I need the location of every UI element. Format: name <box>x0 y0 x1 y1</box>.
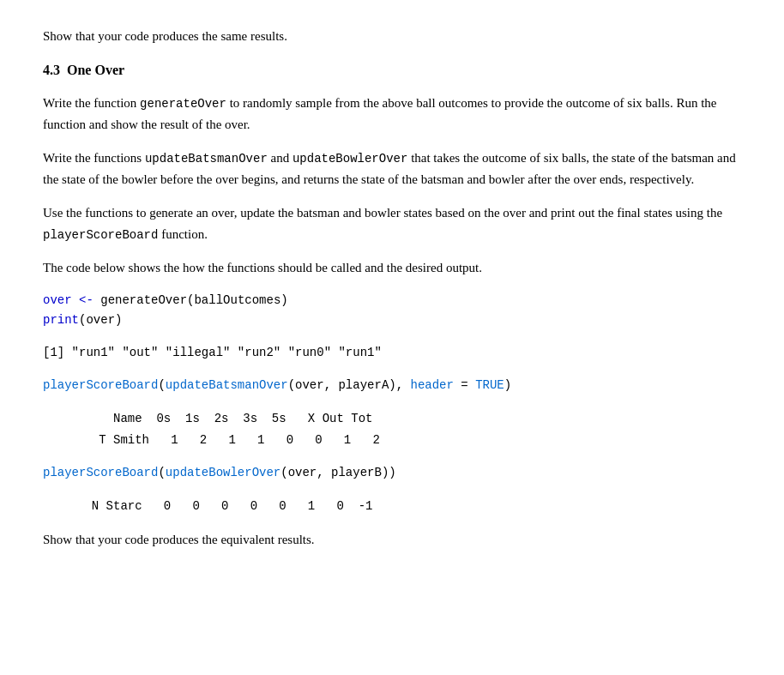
code-block-main: over <- generateOver(ballOutcomes) print… <box>43 291 741 332</box>
inline-code-updatebowler: updateBowlerOver <box>292 152 407 166</box>
closing-paragraph: Show that your code produces the equival… <box>43 529 741 551</box>
code-param-header: header <box>411 378 454 392</box>
section-number: 4.3 <box>43 63 60 77</box>
code-paren5: ( <box>158 378 165 392</box>
code-arg-balloutcomes: ballOutcomes <box>194 293 280 307</box>
output-line-1: [1] "run1" "out" "illegal" "run2" "run0"… <box>43 343 741 364</box>
code-func-generateover: generateOver <box>100 293 187 307</box>
paragraph-4: The code below shows the how the functio… <box>43 257 741 279</box>
paragraph-2: Write the functions updateBatsmanOver an… <box>43 148 741 190</box>
paragraph-1: Write the function generateOver to rando… <box>43 93 741 136</box>
intro-paragraph: Show that your code produces the same re… <box>43 26 741 47</box>
section-heading: 4.3 One Over <box>43 59 741 81</box>
inline-code-generateover: generateOver <box>140 97 226 111</box>
scoreboard-table-1: Name 0s 1s 2s 3s 5s X Out Tot T Smith 1 … <box>77 408 741 451</box>
section-title: One Over <box>67 63 124 77</box>
code-func-updatebowler-call: updateBowlerOver <box>166 466 280 479</box>
code-func-print: print <box>43 313 79 327</box>
code-paren7: ) <box>389 378 395 392</box>
scoreboard-table-2: N Starc 0 0 0 0 0 1 0 -1 <box>77 496 741 517</box>
scoreboard-data-row-1: T Smith 1 2 1 1 0 0 1 2 <box>77 430 741 451</box>
code-param-true: TRUE <box>475 378 504 392</box>
code-line-1: over <- generateOver(ballOutcomes) <box>43 291 741 311</box>
code-comma1: , <box>396 378 411 392</box>
scoreboard-header-row: Name 0s 1s 2s 3s 5s X Out Tot <box>77 408 741 430</box>
code-paren8: ) <box>504 378 511 392</box>
inline-code-updatebatsman: updateBatsmanOver <box>145 152 268 166</box>
inline-code-playerscoreboard: playerScoreBoard <box>43 228 158 242</box>
paragraph-3: Use the functions to generate an over, u… <box>43 202 741 245</box>
code-line-2: print(over) <box>43 310 741 331</box>
code-block-scoreboard2: playerScoreBoard(updateBowlerOver(over, … <box>43 463 741 484</box>
code-var-over: over <box>43 293 72 307</box>
code-paren10: ( <box>280 466 287 479</box>
scoreboard-data-row-2: N Starc 0 0 0 0 0 1 0 -1 <box>77 496 741 517</box>
code-arrow: <- <box>79 293 93 307</box>
code-paren6: ( <box>288 378 295 392</box>
code-args1: over, playerA <box>295 378 389 392</box>
code-func-playerscoreboard2: playerScoreBoard <box>43 466 158 479</box>
code-equals: = <box>454 378 475 392</box>
output-block-1: [1] "run1" "out" "illegal" "run2" "run0"… <box>43 343 741 364</box>
code-paren9: ( <box>158 466 165 479</box>
code-arg-over: over <box>86 313 115 327</box>
code-func-updatebatsman-call: updateBatsmanOver <box>166 378 288 392</box>
code-paren11: )) <box>382 466 396 479</box>
code-paren2: ) <box>280 293 287 307</box>
code-func-playerscoreboard1: playerScoreBoard <box>43 378 158 392</box>
code-block-scoreboard1: playerScoreBoard(updateBatsmanOver(over,… <box>43 376 741 396</box>
code-paren4: ) <box>115 313 122 327</box>
code-args2: over, playerB <box>288 466 382 479</box>
